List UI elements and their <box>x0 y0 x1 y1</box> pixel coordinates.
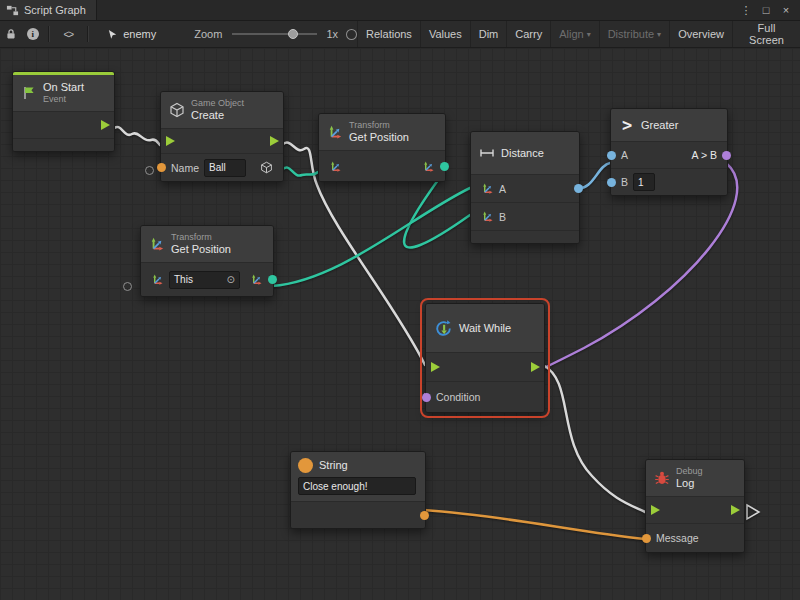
vector-a-input-port[interactable] <box>481 182 494 195</box>
flow-row <box>646 496 744 523</box>
node-header: Game Object Create <box>161 92 283 128</box>
string-output-port[interactable] <box>420 511 429 520</box>
message-label: Message <box>656 532 699 544</box>
node-category: Transform <box>349 120 409 131</box>
node-on-start-event[interactable]: On Start Event <box>12 71 115 152</box>
node-get-position-1[interactable]: Transform Get Position <box>318 113 446 182</box>
node-title: Wait While <box>459 322 511 335</box>
node-subtitle: Event <box>43 94 84 105</box>
flow-output-port[interactable] <box>731 505 740 515</box>
full-screen-button[interactable]: Full Screen <box>732 21 800 47</box>
flow-output-port[interactable] <box>101 120 110 130</box>
result-output-port[interactable] <box>722 151 731 160</box>
zoom-label: Zoom <box>194 28 222 40</box>
wire-onstart-to-create <box>113 127 160 145</box>
info-icon[interactable]: i <box>22 21 44 47</box>
zoom-reset-icon[interactable] <box>346 29 357 40</box>
flow-input-port[interactable] <box>431 362 440 372</box>
cursor-icon <box>107 29 118 40</box>
message-input-port[interactable] <box>642 534 651 543</box>
zoom-slider[interactable] <box>232 33 317 35</box>
cube-icon <box>169 102 185 118</box>
node-string-literal[interactable]: String Close enough! <box>290 451 426 529</box>
transform-input-port[interactable] <box>329 160 342 173</box>
port-row <box>291 501 425 528</box>
graph-owner[interactable]: enemy <box>107 28 156 40</box>
unconnected-input-ring[interactable] <box>145 166 154 175</box>
wire-waitwhile-to-log <box>543 365 645 512</box>
node-category: Transform <box>171 232 231 243</box>
values-button[interactable]: Values <box>420 21 470 47</box>
wire-distance-to-greater-a <box>578 163 610 188</box>
flow-input-port[interactable] <box>166 136 175 146</box>
wire-getposition1-to-distance-b <box>404 172 470 247</box>
transform-icon <box>149 236 165 252</box>
node-header: Wait While <box>426 304 544 352</box>
node-header: Distance <box>471 132 579 174</box>
toolbar-separator <box>48 26 50 42</box>
vector-output-icon <box>422 160 435 173</box>
window-menu-button[interactable]: ⋮ <box>738 2 754 18</box>
game-object-output-port[interactable] <box>260 161 273 174</box>
a-input-port[interactable] <box>607 151 616 160</box>
distribute-button: Distribute▾ <box>599 21 669 47</box>
node-header: On Start Event <box>13 75 114 111</box>
tab-script-graph[interactable]: Script Graph <box>0 0 97 20</box>
string-value-field[interactable]: Close enough! <box>298 477 416 495</box>
zoom-knob[interactable] <box>288 29 298 39</box>
node-create-game-object[interactable]: Game Object Create Name Ball <box>160 91 284 182</box>
name-field[interactable]: Ball <box>204 159 246 177</box>
vector-b-input-port[interactable] <box>481 210 494 223</box>
flow-output-port[interactable] <box>531 362 540 372</box>
wire-string-to-message <box>424 510 645 539</box>
window-close-button[interactable]: × <box>778 2 794 18</box>
wait-icon <box>434 319 453 338</box>
flow-input-port[interactable] <box>651 505 660 515</box>
window-controls: ⋮ □ × <box>738 2 800 18</box>
flow-row <box>161 128 283 153</box>
name-input-port[interactable] <box>157 163 166 172</box>
node-title: Get Position <box>349 131 409 144</box>
vector-output-icon <box>250 273 263 286</box>
condition-input-port[interactable] <box>422 393 431 402</box>
flag-icon <box>21 85 37 101</box>
node-distance[interactable]: Distance A B <box>470 131 580 244</box>
wire-getposition2-to-distance-a <box>272 188 470 286</box>
toolbar-buttons: Relations Values Dim Carry Align▾ Distri… <box>357 21 800 47</box>
node-wait-while[interactable]: Wait While Condition <box>425 303 545 413</box>
distance-output-port[interactable] <box>574 184 583 193</box>
node-greater[interactable]: > Greater A A > B B 1 <box>610 108 728 196</box>
transform-input-port[interactable] <box>151 273 164 286</box>
carry-button[interactable]: Carry <box>506 21 550 47</box>
titlebar: Script Graph ⋮ □ × <box>0 0 800 21</box>
object-picker-icon[interactable]: ⊙ <box>227 274 235 285</box>
transform-icon <box>327 124 343 140</box>
target-dropdown[interactable]: This ⊙ <box>169 271 240 289</box>
b-input-port[interactable] <box>607 178 616 187</box>
flow-row <box>13 111 114 138</box>
b-value-field[interactable]: 1 <box>633 173 655 191</box>
unconnected-input-ring[interactable] <box>123 282 132 291</box>
condition-label: Condition <box>436 391 480 403</box>
graph-toolbar: i <> enemy Zoom 1x Relations Values Dim … <box>0 21 800 48</box>
a-port-label: A <box>621 149 628 161</box>
dim-button[interactable]: Dim <box>470 21 507 47</box>
node-title: Log <box>676 477 703 490</box>
node-title: String <box>319 459 348 472</box>
node-header: > Greater <box>611 109 727 141</box>
lock-icon[interactable] <box>0 21 22 47</box>
graph-canvas[interactable]: On Start Event Game Object Create <box>0 48 800 600</box>
position-output-port[interactable] <box>268 275 277 284</box>
node-get-position-2[interactable]: Transform Get Position This ⊙ <box>140 225 274 297</box>
window-maximize-button[interactable]: □ <box>758 2 774 18</box>
position-output-port[interactable] <box>440 162 449 171</box>
code-icon[interactable]: <> <box>54 21 84 47</box>
port-row-a: A <box>471 174 579 202</box>
relations-button[interactable]: Relations <box>357 21 420 47</box>
overview-button[interactable]: Overview <box>669 21 732 47</box>
node-debug-log[interactable]: Debug Log Message <box>645 459 745 553</box>
chevron-down-icon: ▾ <box>657 30 661 39</box>
flow-output-port[interactable] <box>270 136 279 146</box>
zoom-value: 1x <box>326 28 338 40</box>
string-icon <box>298 458 313 473</box>
